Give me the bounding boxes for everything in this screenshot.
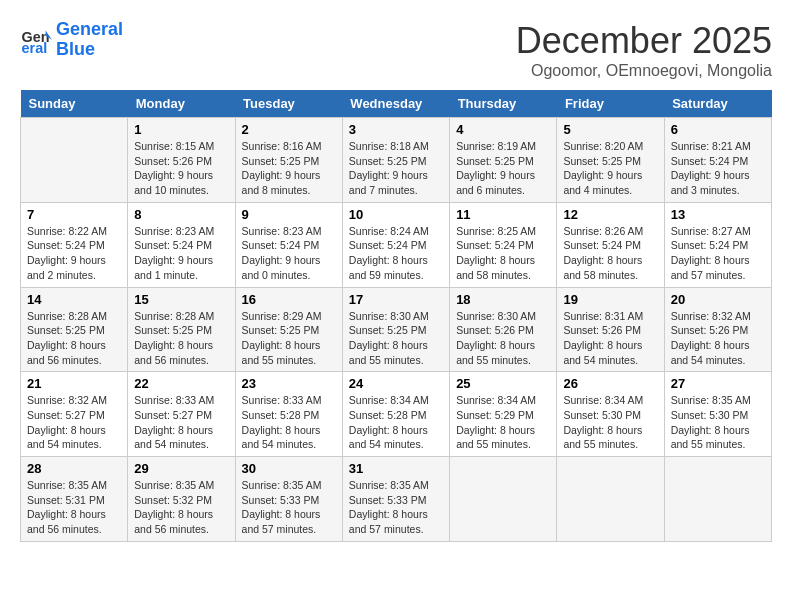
day-info: Sunrise: 8:30 AM Sunset: 5:25 PM Dayligh… — [349, 309, 443, 368]
day-info: Sunrise: 8:33 AM Sunset: 5:27 PM Dayligh… — [134, 393, 228, 452]
day-number: 7 — [27, 207, 121, 222]
day-number: 8 — [134, 207, 228, 222]
day-info: Sunrise: 8:29 AM Sunset: 5:25 PM Dayligh… — [242, 309, 336, 368]
day-info: Sunrise: 8:35 AM Sunset: 5:32 PM Dayligh… — [134, 478, 228, 537]
day-number: 10 — [349, 207, 443, 222]
calendar-cell: 19Sunrise: 8:31 AM Sunset: 5:26 PM Dayli… — [557, 287, 664, 372]
week-row-1: 1Sunrise: 8:15 AM Sunset: 5:26 PM Daylig… — [21, 118, 772, 203]
day-info: Sunrise: 8:33 AM Sunset: 5:28 PM Dayligh… — [242, 393, 336, 452]
calendar-cell: 11Sunrise: 8:25 AM Sunset: 5:24 PM Dayli… — [450, 202, 557, 287]
day-info: Sunrise: 8:28 AM Sunset: 5:25 PM Dayligh… — [27, 309, 121, 368]
logo-icon: Gen eral — [20, 24, 52, 56]
day-info: Sunrise: 8:19 AM Sunset: 5:25 PM Dayligh… — [456, 139, 550, 198]
day-info: Sunrise: 8:23 AM Sunset: 5:24 PM Dayligh… — [242, 224, 336, 283]
week-row-2: 7Sunrise: 8:22 AM Sunset: 5:24 PM Daylig… — [21, 202, 772, 287]
calendar-cell: 4Sunrise: 8:19 AM Sunset: 5:25 PM Daylig… — [450, 118, 557, 203]
day-info: Sunrise: 8:31 AM Sunset: 5:26 PM Dayligh… — [563, 309, 657, 368]
day-info: Sunrise: 8:25 AM Sunset: 5:24 PM Dayligh… — [456, 224, 550, 283]
calendar-cell: 30Sunrise: 8:35 AM Sunset: 5:33 PM Dayli… — [235, 457, 342, 542]
day-number: 23 — [242, 376, 336, 391]
month-title: December 2025 — [516, 20, 772, 62]
day-number: 29 — [134, 461, 228, 476]
calendar-cell — [557, 457, 664, 542]
week-row-4: 21Sunrise: 8:32 AM Sunset: 5:27 PM Dayli… — [21, 372, 772, 457]
day-info: Sunrise: 8:35 AM Sunset: 5:33 PM Dayligh… — [349, 478, 443, 537]
day-info: Sunrise: 8:34 AM Sunset: 5:29 PM Dayligh… — [456, 393, 550, 452]
calendar-cell: 16Sunrise: 8:29 AM Sunset: 5:25 PM Dayli… — [235, 287, 342, 372]
day-info: Sunrise: 8:34 AM Sunset: 5:30 PM Dayligh… — [563, 393, 657, 452]
title-area: December 2025 Ogoomor, OEmnoegovi, Mongo… — [516, 20, 772, 80]
calendar-cell: 27Sunrise: 8:35 AM Sunset: 5:30 PM Dayli… — [664, 372, 771, 457]
calendar-cell: 26Sunrise: 8:34 AM Sunset: 5:30 PM Dayli… — [557, 372, 664, 457]
calendar-cell: 24Sunrise: 8:34 AM Sunset: 5:28 PM Dayli… — [342, 372, 449, 457]
day-number: 2 — [242, 122, 336, 137]
header-friday: Friday — [557, 90, 664, 118]
day-info: Sunrise: 8:15 AM Sunset: 5:26 PM Dayligh… — [134, 139, 228, 198]
calendar-cell — [450, 457, 557, 542]
day-number: 26 — [563, 376, 657, 391]
day-number: 14 — [27, 292, 121, 307]
day-info: Sunrise: 8:23 AM Sunset: 5:24 PM Dayligh… — [134, 224, 228, 283]
calendar-cell: 8Sunrise: 8:23 AM Sunset: 5:24 PM Daylig… — [128, 202, 235, 287]
calendar-cell: 5Sunrise: 8:20 AM Sunset: 5:25 PM Daylig… — [557, 118, 664, 203]
calendar-cell: 9Sunrise: 8:23 AM Sunset: 5:24 PM Daylig… — [235, 202, 342, 287]
location-title: Ogoomor, OEmnoegovi, Mongolia — [516, 62, 772, 80]
day-number: 15 — [134, 292, 228, 307]
calendar-cell: 31Sunrise: 8:35 AM Sunset: 5:33 PM Dayli… — [342, 457, 449, 542]
day-number: 28 — [27, 461, 121, 476]
calendar-cell: 21Sunrise: 8:32 AM Sunset: 5:27 PM Dayli… — [21, 372, 128, 457]
svg-text:eral: eral — [22, 40, 48, 56]
logo-text-line2: Blue — [56, 40, 123, 60]
calendar-cell: 2Sunrise: 8:16 AM Sunset: 5:25 PM Daylig… — [235, 118, 342, 203]
calendar-cell: 15Sunrise: 8:28 AM Sunset: 5:25 PM Dayli… — [128, 287, 235, 372]
day-number: 21 — [27, 376, 121, 391]
day-info: Sunrise: 8:18 AM Sunset: 5:25 PM Dayligh… — [349, 139, 443, 198]
logo: Gen eral General Blue — [20, 20, 123, 60]
header-sunday: Sunday — [21, 90, 128, 118]
calendar-cell: 13Sunrise: 8:27 AM Sunset: 5:24 PM Dayli… — [664, 202, 771, 287]
logo-text-line1: General — [56, 20, 123, 40]
day-info: Sunrise: 8:30 AM Sunset: 5:26 PM Dayligh… — [456, 309, 550, 368]
header-tuesday: Tuesday — [235, 90, 342, 118]
day-number: 11 — [456, 207, 550, 222]
calendar-cell: 3Sunrise: 8:18 AM Sunset: 5:25 PM Daylig… — [342, 118, 449, 203]
day-info: Sunrise: 8:26 AM Sunset: 5:24 PM Dayligh… — [563, 224, 657, 283]
day-info: Sunrise: 8:35 AM Sunset: 5:30 PM Dayligh… — [671, 393, 765, 452]
calendar-cell: 6Sunrise: 8:21 AM Sunset: 5:24 PM Daylig… — [664, 118, 771, 203]
day-number: 27 — [671, 376, 765, 391]
day-number: 25 — [456, 376, 550, 391]
week-row-3: 14Sunrise: 8:28 AM Sunset: 5:25 PM Dayli… — [21, 287, 772, 372]
day-info: Sunrise: 8:32 AM Sunset: 5:27 PM Dayligh… — [27, 393, 121, 452]
calendar-cell: 18Sunrise: 8:30 AM Sunset: 5:26 PM Dayli… — [450, 287, 557, 372]
calendar-cell: 25Sunrise: 8:34 AM Sunset: 5:29 PM Dayli… — [450, 372, 557, 457]
day-number: 4 — [456, 122, 550, 137]
calendar-header-row: SundayMondayTuesdayWednesdayThursdayFrid… — [21, 90, 772, 118]
day-number: 3 — [349, 122, 443, 137]
day-number: 22 — [134, 376, 228, 391]
page-header: Gen eral General Blue December 2025 Ogoo… — [20, 20, 772, 80]
day-info: Sunrise: 8:27 AM Sunset: 5:24 PM Dayligh… — [671, 224, 765, 283]
calendar-cell: 14Sunrise: 8:28 AM Sunset: 5:25 PM Dayli… — [21, 287, 128, 372]
day-info: Sunrise: 8:32 AM Sunset: 5:26 PM Dayligh… — [671, 309, 765, 368]
day-info: Sunrise: 8:20 AM Sunset: 5:25 PM Dayligh… — [563, 139, 657, 198]
calendar-cell: 22Sunrise: 8:33 AM Sunset: 5:27 PM Dayli… — [128, 372, 235, 457]
day-number: 1 — [134, 122, 228, 137]
day-number: 17 — [349, 292, 443, 307]
day-number: 13 — [671, 207, 765, 222]
calendar-table: SundayMondayTuesdayWednesdayThursdayFrid… — [20, 90, 772, 542]
calendar-cell: 23Sunrise: 8:33 AM Sunset: 5:28 PM Dayli… — [235, 372, 342, 457]
day-number: 30 — [242, 461, 336, 476]
day-info: Sunrise: 8:35 AM Sunset: 5:31 PM Dayligh… — [27, 478, 121, 537]
calendar-cell: 10Sunrise: 8:24 AM Sunset: 5:24 PM Dayli… — [342, 202, 449, 287]
calendar-cell: 20Sunrise: 8:32 AM Sunset: 5:26 PM Dayli… — [664, 287, 771, 372]
calendar-cell — [664, 457, 771, 542]
header-thursday: Thursday — [450, 90, 557, 118]
day-info: Sunrise: 8:34 AM Sunset: 5:28 PM Dayligh… — [349, 393, 443, 452]
day-number: 18 — [456, 292, 550, 307]
day-info: Sunrise: 8:24 AM Sunset: 5:24 PM Dayligh… — [349, 224, 443, 283]
day-number: 6 — [671, 122, 765, 137]
header-wednesday: Wednesday — [342, 90, 449, 118]
calendar-cell: 12Sunrise: 8:26 AM Sunset: 5:24 PM Dayli… — [557, 202, 664, 287]
day-info: Sunrise: 8:35 AM Sunset: 5:33 PM Dayligh… — [242, 478, 336, 537]
day-number: 24 — [349, 376, 443, 391]
